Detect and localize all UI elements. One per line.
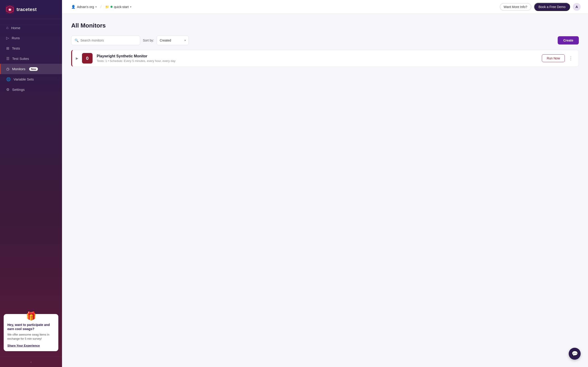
home-icon: ⌂	[6, 26, 9, 30]
sidebar-item-tests[interactable]: ⊞ Tests	[0, 43, 62, 53]
sidebar-item-label: Runs	[12, 36, 20, 40]
sort-select[interactable]: Created ▾	[157, 35, 189, 45]
sidebar-collapse-button[interactable]: ‹	[0, 357, 62, 367]
monitor-meta: Tests: 1 • Schedule: Every 5 minutes, ev…	[97, 59, 542, 63]
monitor-info: Playwright Synthetic Monitor Tests: 1 • …	[97, 54, 542, 63]
sort-value: Created	[160, 39, 183, 42]
monitor-row: ▶ 0 Playwright Synthetic Monitor Tests: …	[71, 50, 579, 67]
org-chevron-icon: ▾	[95, 5, 97, 8]
search-box: 🔍	[71, 35, 140, 45]
search-icon: 🔍	[75, 39, 78, 42]
topbar: 👤 Adnan's org ▾ / 📁 quick-start ▾ Want M…	[62, 0, 588, 14]
env-chevron-icon: ▾	[130, 5, 131, 8]
person-icon: 👤	[71, 5, 76, 9]
org-selector[interactable]: 👤 Adnan's org ▾	[69, 4, 99, 10]
sidebar-item-label: Home	[11, 26, 20, 30]
monitors-list: ▶ 0 Playwright Synthetic Monitor Tests: …	[71, 50, 579, 67]
sidebar-item-monitors[interactable]: ◷ Monitors New	[0, 64, 62, 74]
chat-icon: 💬	[572, 351, 578, 357]
tests-icon: ⊞	[6, 46, 9, 50]
sidebar: tracetest ⌂ Home ▷ Runs ⊞ Tests ☰ Test S…	[0, 0, 62, 367]
swag-card: 🎁 Hey, want to participate and earn cool…	[4, 314, 58, 351]
env-name: quick-start	[114, 5, 129, 9]
monitors-icon: ◷	[6, 67, 9, 71]
variable-sets-icon: 🌐	[6, 77, 11, 81]
monitor-expand-button[interactable]: ▶	[72, 50, 82, 67]
search-input[interactable]	[80, 39, 137, 42]
sidebar-logo: tracetest	[0, 0, 62, 19]
sidebar-item-label: Variable Sets	[14, 77, 34, 81]
sidebar-item-label: Tests	[12, 46, 20, 50]
sidebar-item-label: Settings	[12, 88, 25, 92]
sidebar-item-label: Test Suites	[12, 57, 29, 60]
sidebar-item-test-suites[interactable]: ☰ Test Suites	[0, 53, 62, 64]
create-monitor-button[interactable]: Create	[558, 36, 579, 44]
settings-icon: ⚙	[6, 87, 9, 92]
sidebar-item-variable-sets[interactable]: 🌐 Variable Sets	[0, 74, 62, 84]
page-title: All Monitors	[71, 22, 579, 29]
run-now-button[interactable]: Run Now	[542, 54, 565, 62]
book-demo-button[interactable]: Book a Free Demo	[534, 3, 570, 11]
swag-emoji: 🎁	[7, 311, 55, 321]
want-more-info-button[interactable]: Want More Info?	[500, 3, 531, 10]
sidebar-item-settings[interactable]: ⚙ Settings	[0, 84, 62, 95]
sidebar-nav: ⌂ Home ▷ Runs ⊞ Tests ☰ Test Suites ◷ Mo…	[0, 19, 62, 310]
monitors-toolbar: 🔍 Sort by: Created ▾ Create	[71, 35, 579, 45]
topbar-left: 👤 Adnan's org ▾ / 📁 quick-start ▾	[69, 4, 133, 10]
test-suites-icon: ☰	[6, 56, 9, 61]
folder-icon: 📁	[105, 5, 109, 9]
tracetest-logo-icon	[6, 5, 14, 14]
share-experience-link[interactable]: Share Your Experience	[7, 344, 40, 347]
sort-chevron-icon: ▾	[184, 39, 186, 42]
env-selector[interactable]: 📁 quick-start ▾	[103, 4, 133, 10]
sidebar-item-label: Monitors	[12, 67, 26, 71]
more-options-button[interactable]: ⋮	[567, 55, 574, 62]
swag-card-container: 🎁 Hey, want to participate and earn cool…	[0, 310, 62, 355]
page-content: All Monitors 🔍 Sort by: Created ▾ Create…	[62, 14, 588, 367]
env-status-dot	[111, 6, 112, 8]
logo-text: tracetest	[17, 7, 37, 12]
monitor-badge: 0	[82, 53, 93, 64]
swag-description: We offer awesome swag items in exchange …	[7, 333, 55, 341]
sort-by-label: Sort by:	[143, 39, 154, 42]
topbar-right: Want More Info? Book a Free Demo A	[500, 3, 581, 11]
swag-title: Hey, want to participate and earn cool s…	[7, 323, 55, 331]
chevron-left-icon: ‹	[31, 360, 32, 364]
topbar-separator: /	[100, 5, 101, 9]
org-name: Adnan's org	[77, 5, 94, 9]
chat-button[interactable]: 💬	[569, 348, 581, 360]
monitors-new-badge: New	[29, 67, 38, 71]
main-content: 👤 Adnan's org ▾ / 📁 quick-start ▾ Want M…	[62, 0, 588, 367]
monitor-actions: Run Now ⋮	[542, 54, 579, 62]
sidebar-item-runs[interactable]: ▷ Runs	[0, 33, 62, 43]
runs-icon: ▷	[6, 36, 9, 40]
monitor-name: Playwright Synthetic Monitor	[97, 54, 542, 58]
user-avatar[interactable]: A	[573, 3, 581, 11]
sidebar-item-home[interactable]: ⌂ Home	[0, 23, 62, 33]
